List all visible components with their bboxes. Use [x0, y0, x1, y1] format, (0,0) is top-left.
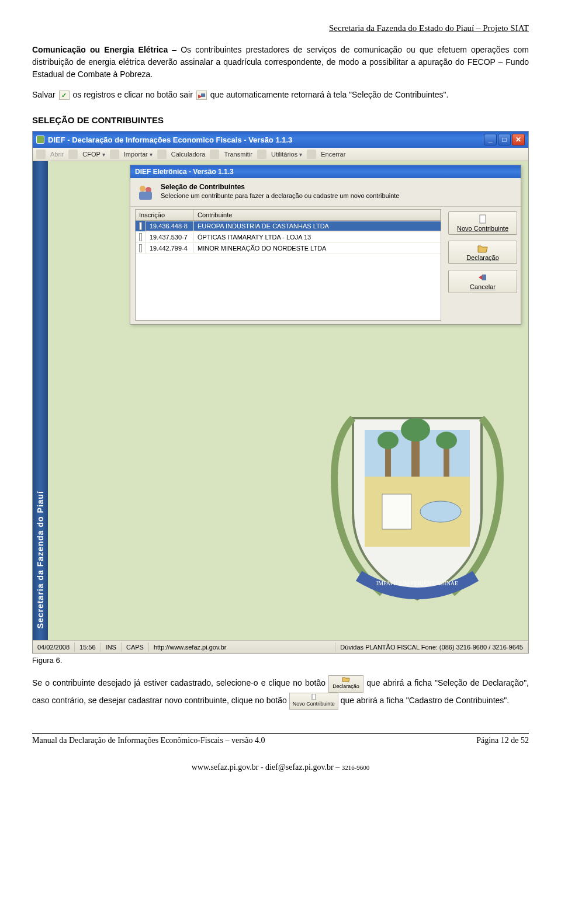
app-icon [36, 136, 44, 144]
cell-inscricao: 19.442.799-4 [146, 244, 194, 253]
document-icon [139, 233, 142, 241]
dialog-heading: Seleção de Contribuintes [161, 183, 399, 191]
status-phone: Dúvidas PLANTÃO FISCAL Fone: (086) 3216-… [335, 642, 528, 652]
new-document-icon [477, 214, 488, 224]
window-title: DIEF - Declaração de Informações Economi… [48, 136, 292, 144]
toolbar-icon [210, 150, 219, 159]
svg-point-2 [401, 418, 430, 442]
para1-bold: Comunicação ou Energia Elétrica [32, 45, 168, 54]
footer-center: www.sefaz.pi.gov.br - dief@sefaz.pi.gov.… [32, 763, 529, 772]
exit-icon [196, 91, 207, 100]
titlebar: DIEF - Declaração de Informações Economi… [33, 131, 528, 148]
footer: Manual da Declaração de Informações Econ… [32, 733, 529, 745]
cancelar-button[interactable]: Cancelar [448, 270, 517, 293]
chevron-down-icon: ▾ [102, 151, 105, 158]
toolbar-encerrar[interactable]: Encerrar [318, 150, 348, 159]
svg-rect-5 [444, 444, 449, 477]
status-date: 04/02/2008 [33, 642, 75, 652]
btn-label: Novo Contribuinte [457, 225, 508, 232]
toolbar-cfop[interactable]: CFOP▾ [80, 150, 108, 159]
document-icon [139, 222, 142, 230]
svg-rect-3 [385, 444, 391, 477]
novo-contribuinte-button[interactable]: Novo Contribuinte [448, 211, 517, 235]
svg-point-9 [420, 501, 461, 522]
doc-header: Secretaria da Fazenda do Estado do Piauí… [32, 23, 529, 33]
figure-label: Figura 6. [32, 656, 529, 665]
paragraph-1: Comunicação ou Energia Elétrica – Os con… [32, 44, 529, 81]
rail-text: Secretaria da Fazenda do Piauí [36, 491, 45, 628]
new-document-icon [310, 694, 318, 700]
status-caps: CAPS [122, 642, 149, 652]
btn-label: Cancelar [470, 283, 496, 290]
chevron-down-icon: ▾ [299, 151, 302, 158]
dialog-title: DIEF Eletrônica - Versão 1.1.3 [130, 165, 521, 178]
status-time: 15:56 [75, 642, 101, 652]
status-ins: INS [101, 642, 122, 652]
svg-rect-1 [411, 436, 420, 477]
svg-rect-8 [382, 494, 411, 529]
toolbar-icon [110, 150, 119, 159]
document-icon [139, 244, 142, 252]
paragraph-2: Salvar os registros e clicar no botão sa… [32, 89, 529, 101]
cell-inscricao: 19.436.448-8 [146, 221, 194, 231]
svg-rect-15 [482, 275, 486, 280]
toolbar: Abrir CFOP▾ Importar▾ Calculadora Transm… [33, 148, 528, 161]
toolbar-icon [257, 150, 266, 159]
table-row[interactable]: 19.436.448-8 EUROPA INDUSTRIA DE CASTANH… [136, 221, 441, 232]
left-rail: Secretaria da Fazenda do Piauí [33, 161, 48, 640]
para2-c: que automaticamente retornará à tela "Se… [208, 90, 449, 99]
novo-contribuinte-inline-button: Novo Contribuinte [289, 693, 338, 710]
maximize-button[interactable]: □ [498, 134, 511, 145]
svg-rect-14 [480, 215, 486, 223]
paragraph-3: Se o contribuinte desejado já estiver ca… [32, 675, 529, 710]
exit-icon [307, 150, 316, 159]
dialog-subtext: Selecione um contribunte para fazer a de… [161, 192, 399, 199]
toolbar-importar[interactable]: Importar▾ [122, 150, 155, 159]
declaracao-button[interactable]: Declaração [448, 241, 517, 264]
svg-point-4 [378, 432, 399, 449]
toolbar-calculadora[interactable]: Calculadora [169, 150, 208, 159]
cell-contribuinte: ÓPTICAS ITAMARATY LTDA - LOJA 13 [194, 232, 441, 242]
toolbar-transmitir[interactable]: Transmitir [221, 150, 254, 159]
svg-text:IMPAVIDUM FERIENT RUINAE: IMPAVIDUM FERIENT RUINAE [376, 580, 458, 586]
svg-rect-13 [139, 192, 152, 200]
statusbar: 04/02/2008 15:56 INS CAPS http://www.sef… [33, 640, 528, 653]
contribuinte-table[interactable]: Inscrição Contribuinte 19.436.448-8 EURO… [135, 209, 441, 321]
footer-right: Página 12 de 52 [476, 736, 529, 745]
dialog-selecao: DIEF Eletrônica - Versão 1.1.3 Seleção d… [130, 165, 521, 325]
folder-open-icon [342, 676, 350, 682]
cancel-exit-icon [477, 273, 488, 282]
para2-a: Salvar [32, 90, 58, 99]
chevron-down-icon: ▾ [150, 151, 153, 158]
cell-contribuinte: MINOR MINERAÇÃO DO NORDESTE LTDA [194, 244, 441, 253]
status-url: http://www.sefaz.pi.gov.br [149, 642, 335, 652]
para2-b: os registros e clicar no botão sair [71, 90, 195, 99]
table-row[interactable]: 19.437.530-7 ÓPTICAS ITAMARATY LTDA - LO… [136, 232, 441, 243]
save-check-icon [59, 91, 70, 100]
toolbar-open-icon [36, 150, 46, 159]
toolbar-abrir[interactable]: Abrir [48, 150, 66, 159]
col-inscricao[interactable]: Inscrição [136, 210, 194, 220]
cell-contribuinte: EUROPA INDUSTRIA DE CASTANHAS LTDA [194, 221, 441, 231]
section-heading: SELEÇÃO DE CONTRIBUINTES [32, 115, 529, 125]
btn-label: Declaração [466, 254, 499, 261]
crest-image: IMPAVIDUM FERIENT RUINAE [324, 395, 511, 605]
svg-rect-16 [312, 694, 316, 700]
toolbar-icon [68, 150, 78, 159]
para3-c: que abrirá a ficha "Cadastro de Contribu… [338, 696, 509, 705]
para3-a: Se o contribuinte desejado já estiver ca… [32, 678, 328, 687]
col-contribuinte[interactable]: Contribuinte [194, 210, 441, 220]
cell-inscricao: 19.437.530-7 [146, 232, 194, 242]
declaracao-inline-button: Declaração [328, 675, 363, 693]
footer-left: Manual da Declaração de Informações Econ… [32, 736, 265, 745]
minimize-button[interactable]: _ [484, 134, 497, 145]
svg-point-11 [140, 186, 146, 192]
folder-open-icon [477, 244, 488, 253]
calculator-icon [157, 150, 167, 159]
app-window: DIEF - Declaração de Informações Economi… [32, 131, 529, 654]
toolbar-utilitarios[interactable]: Utilitários▾ [269, 150, 304, 159]
table-row[interactable]: 19.442.799-4 MINOR MINERAÇÃO DO NORDESTE… [136, 243, 441, 254]
close-button[interactable]: ✕ [512, 134, 525, 145]
users-icon [136, 183, 155, 202]
svg-point-6 [436, 432, 457, 449]
